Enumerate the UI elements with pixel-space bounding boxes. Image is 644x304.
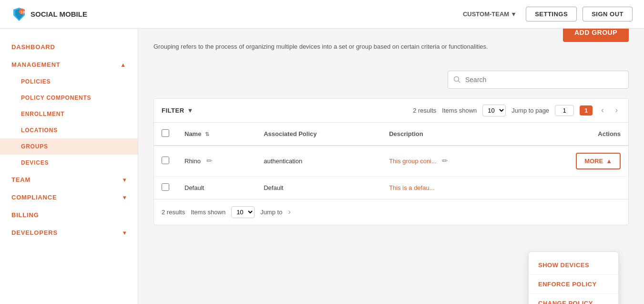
row-name-text: Default	[184, 184, 204, 191]
dropdown-enforce-policy[interactable]: ENFORCE POLICY	[529, 275, 618, 294]
filter-icon: ▼	[187, 107, 194, 114]
logo-text: SOCIAL MOBILE	[31, 10, 87, 18]
items-shown-select[interactable]: 10	[482, 105, 506, 116]
table-body: Rhino ✏ authentication This group coni..…	[154, 146, 628, 199]
row-checkbox-cell	[154, 176, 177, 199]
settings-button[interactable]: SETTINGS	[526, 7, 577, 21]
team-label: CUSTOM-TEAM	[463, 10, 509, 18]
row-description-text[interactable]: This is a defau...	[389, 184, 434, 191]
sidebar-item-billing[interactable]: BILLING	[0, 206, 138, 224]
row-name-text: Rhino	[184, 157, 201, 165]
filter-label: FILTER	[162, 107, 184, 114]
row-description-1: This group coni... ✏	[381, 146, 518, 177]
logo-icon: 10	[11, 7, 27, 22]
billing-label: BILLING	[11, 211, 39, 219]
sidebar-sub-enrollment[interactable]: ENROLLMENT	[0, 106, 138, 122]
bottom-pagination: 2 results Items shown 10 Jump to ›	[154, 199, 628, 225]
bottom-items-label: Items shown	[191, 209, 225, 216]
groups-table: Name ⇅ Associated Policy Description Act…	[154, 123, 628, 199]
team-selector[interactable]: CUSTOM-TEAM ▾	[458, 8, 520, 21]
row-name-1: Rhino ✏	[177, 146, 256, 177]
row-description-text[interactable]: This group coni...	[389, 157, 437, 165]
select-all-checkbox[interactable]	[162, 129, 169, 137]
row-name-2: Default	[177, 176, 256, 199]
row-checkbox-1[interactable]	[162, 157, 169, 164]
sidebar-item-compliance[interactable]: COMPLIANCE ▾	[0, 189, 138, 206]
actions-column-header: Actions	[518, 123, 628, 146]
next-page-button[interactable]: ›	[613, 105, 621, 115]
bottom-items-select[interactable]: 10	[231, 206, 255, 218]
dropdown-show-devices[interactable]: SHOW DEVICES	[529, 256, 618, 275]
more-chevron-icon: ▲	[606, 157, 612, 165]
bottom-jump-label: Jump to	[260, 209, 282, 216]
enrollment-label: ENROLLMENT	[21, 111, 64, 117]
search-input[interactable]	[448, 71, 629, 89]
row-edit-icon[interactable]: ✏	[206, 157, 213, 165]
associated-policy-column-header: Associated Policy	[256, 123, 381, 146]
name-sort-icon[interactable]: ⇅	[205, 131, 209, 137]
more-button[interactable]: MORE ▲	[576, 153, 621, 169]
sidebar-sub-policy-components[interactable]: POLICY COMPONENTS	[0, 90, 138, 106]
team-nav-label: TEAM	[11, 176, 31, 183]
sidebar-sub-policies[interactable]: POLICIES	[0, 73, 138, 90]
current-page-badge: 1	[580, 105, 593, 115]
row-actions-1: MORE ▲	[518, 146, 628, 177]
sidebar-item-dashboard[interactable]: DASHBOARD	[0, 38, 138, 56]
svg-line-5	[459, 81, 460, 83]
developers-label: DEVELOPERS	[11, 229, 58, 236]
row-desc-edit-icon[interactable]: ✏	[442, 157, 448, 165]
table-row: Rhino ✏ authentication This group coni..…	[154, 146, 628, 177]
navbar: 10 SOCIAL MOBILE CUSTOM-TEAM ▾ SETTINGS …	[0, 0, 644, 29]
layout: DASHBOARD MANAGEMENT ▲ POLICIES POLICY C…	[0, 29, 644, 304]
row-checkbox-cell	[154, 146, 177, 177]
groups-label: GROUPS	[21, 143, 48, 150]
policy-components-label: POLICY COMPONENTS	[21, 94, 91, 101]
items-shown-label: Items shown	[442, 107, 477, 114]
sidebar-item-team[interactable]: TEAM ▾	[0, 171, 138, 189]
table-container: FILTER ▼ 2 results Items shown 10 Jump t…	[153, 98, 629, 225]
policies-label: POLICIES	[21, 78, 51, 85]
management-label: MANAGEMENT	[11, 61, 61, 68]
main-content: Grouping refers to the process of organi…	[138, 29, 644, 304]
table-header: Name ⇅ Associated Policy Description Act…	[154, 123, 628, 146]
search-icon	[453, 76, 461, 84]
row-description-2: This is a defau...	[381, 176, 518, 199]
filter-right: 2 results Items shown 10 Jump to page 1 …	[413, 105, 621, 116]
filter-left: FILTER ▼	[162, 107, 194, 114]
dashboard-label: DASHBOARD	[11, 43, 55, 51]
search-wrapper	[448, 71, 629, 89]
description-column-header: Description	[381, 123, 518, 146]
sidebar-item-developers[interactable]: DEVELOPERS ▾	[0, 224, 138, 241]
dropdown-change-policy[interactable]: CHANGE POLICY	[529, 294, 618, 304]
signout-button[interactable]: SIGN OUT	[583, 7, 633, 21]
compliance-chevron-icon: ▾	[123, 194, 126, 201]
sidebar: DASHBOARD MANAGEMENT ▲ POLICIES POLICY C…	[0, 29, 138, 304]
developers-chevron-icon: ▾	[123, 230, 126, 236]
bottom-next-arrow[interactable]: ›	[288, 208, 290, 216]
name-column-header: Name ⇅	[177, 123, 256, 146]
search-container	[153, 71, 629, 89]
row-policy-2: Default	[256, 176, 381, 199]
row-actions-2	[518, 176, 628, 199]
management-chevron-icon: ▲	[120, 62, 126, 68]
bottom-results-count: 2 results	[162, 209, 185, 216]
compliance-label: COMPLIANCE	[11, 194, 57, 201]
prev-page-button[interactable]: ‹	[598, 105, 606, 115]
locations-label: LOCATIONS	[21, 127, 58, 134]
row-checkbox-2[interactable]	[162, 183, 169, 191]
actions-dropdown: SHOW DEVICES ENFORCE POLICY CHANGE POLIC…	[528, 252, 619, 304]
filter-bar: FILTER ▼ 2 results Items shown 10 Jump t…	[154, 99, 628, 123]
navbar-right: CUSTOM-TEAM ▾ SETTINGS SIGN OUT	[458, 7, 633, 21]
team-chevron-icon: ▾	[123, 177, 126, 183]
table-row: Default Default This is a defau...	[154, 176, 628, 199]
sidebar-sub-locations[interactable]: LOCATIONS	[0, 122, 138, 138]
row-policy-1: authentication	[256, 146, 381, 177]
select-all-header	[154, 123, 177, 146]
page-input[interactable]: 1	[555, 105, 574, 116]
sidebar-sub-devices[interactable]: DEVICES	[0, 155, 138, 171]
sidebar-sub-groups[interactable]: GROUPS	[0, 138, 138, 155]
devices-label: DEVICES	[21, 159, 49, 166]
svg-text:10: 10	[20, 10, 25, 14]
sidebar-item-management[interactable]: MANAGEMENT ▲	[0, 56, 138, 73]
page-description: Grouping refers to the process of organi…	[153, 42, 488, 52]
